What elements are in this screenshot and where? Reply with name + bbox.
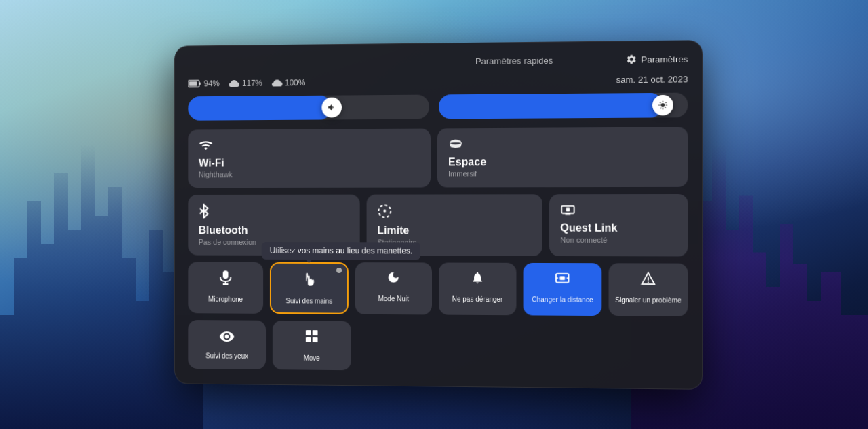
tile-move[interactable]: Move	[273, 320, 351, 369]
changer-distance-label: Changer la distance	[532, 295, 593, 304]
wifi-sublabel: Nighthawk	[199, 169, 420, 178]
hand-tracking-icon	[302, 271, 316, 290]
espace-label: Espace	[448, 155, 677, 168]
tile-ne-pas-deranger[interactable]: Ne pas déranger	[439, 262, 516, 315]
gear-icon	[626, 54, 637, 64]
signaler-probleme-label: Signaler un problème	[615, 295, 682, 304]
bluetooth-label: Bluetooth	[199, 224, 349, 237]
mode-nuit-label: Mode Nuit	[378, 295, 409, 302]
tiles-row4: Suivi des yeux Move	[188, 320, 688, 373]
status-left: 94% 117% 100%	[188, 77, 305, 87]
ne-pas-deranger-label: Ne pas déranger	[452, 295, 503, 302]
panel-header: Paramètres rapides Paramètres	[188, 53, 688, 68]
tile-suivi-mains[interactable]: Utilisez vos mains au lieu des manettes.…	[270, 262, 349, 314]
microphone-icon	[220, 270, 231, 289]
status-bar: 94% 117% 100% sam. 21 oct. 2023	[188, 74, 688, 88]
svg-rect-19	[313, 330, 318, 335]
suivi-yeux-label: Suivi des yeux	[205, 352, 248, 359]
volume-thumb[interactable]	[322, 97, 342, 117]
wifi-icon	[199, 138, 420, 154]
tiles-row3: Microphone Utilisez vos mains au lieu de…	[188, 262, 688, 316]
svg-point-4	[383, 209, 386, 212]
tile-suivi-yeux[interactable]: Suivi des yeux	[188, 320, 266, 369]
espace-icon	[448, 136, 677, 153]
tile-changer-distance[interactable]: Changer la distance	[524, 262, 602, 315]
bluetooth-sublabel: Pas de connexion	[199, 237, 349, 245]
battery-status: 94%	[188, 78, 220, 87]
brightness-icon	[658, 100, 667, 109]
panel-title: Paramètres rapides	[404, 54, 626, 66]
tile-limite[interactable]: Limite Stationnaire	[367, 194, 542, 256]
tile-microphone[interactable]: Microphone	[188, 262, 263, 313]
tile-wifi[interactable]: Wi-Fi Nighthawk	[188, 128, 431, 188]
tile-signaler-probleme[interactable]: Signaler un problème	[609, 263, 688, 316]
svg-rect-18	[306, 330, 311, 335]
cloud2-status: 100%	[272, 77, 306, 87]
cloud1-value: 117%	[242, 78, 262, 87]
signaler-probleme-icon	[641, 271, 656, 289]
wifi-label: Wi-Fi	[199, 156, 420, 169]
tile-mode-nuit[interactable]: Mode Nuit	[355, 262, 432, 314]
quick-settings-panel: Paramètres rapides Paramètres 94%	[174, 40, 703, 390]
volume-icon	[327, 102, 336, 112]
brightness-track	[439, 92, 663, 119]
svg-rect-12	[560, 276, 565, 280]
suivi-yeux-icon	[219, 328, 235, 346]
mode-nuit-icon	[387, 270, 400, 288]
questlink-sublabel: Non connecté	[560, 235, 677, 243]
volume-slider[interactable]	[188, 94, 429, 120]
cloud2-icon	[272, 78, 283, 86]
battery-icon	[188, 79, 201, 87]
svg-rect-8	[223, 270, 229, 279]
settings-button[interactable]: Paramètres	[626, 53, 688, 64]
battery-value: 94%	[204, 78, 220, 87]
espace-sublabel: Immersif	[448, 169, 677, 178]
move-icon	[304, 329, 319, 348]
volume-track	[188, 95, 332, 120]
cloud2-value: 100%	[285, 77, 305, 87]
questlink-icon	[560, 203, 677, 219]
suivi-mains-label: Suivi des mains	[285, 297, 332, 304]
brightness-slider[interactable]	[439, 92, 688, 119]
limite-label: Limite	[377, 224, 531, 237]
settings-label: Paramètres	[641, 54, 688, 64]
limite-sublabel: Stationnaire	[377, 238, 531, 246]
move-label: Move	[304, 354, 320, 361]
bluetooth-icon	[199, 203, 349, 222]
svg-point-17	[648, 281, 649, 283]
sliders-row	[188, 92, 688, 120]
questlink-label: Quest Link	[560, 222, 677, 234]
tiles-row2: Bluetooth Pas de connexion Limite Statio…	[188, 194, 688, 256]
svg-rect-20	[306, 336, 311, 342]
tile-espace[interactable]: Espace Immersif	[437, 127, 688, 187]
changer-distance-icon	[555, 271, 570, 289]
svg-rect-21	[313, 337, 318, 342]
ne-pas-deranger-icon	[471, 270, 484, 288]
hand-tracking-badge	[336, 268, 342, 273]
tile-questlink[interactable]: Quest Link Non connecté	[549, 194, 688, 256]
svg-rect-2	[189, 81, 197, 85]
limite-icon	[377, 203, 531, 222]
svg-rect-7	[566, 207, 570, 211]
cloud1-status: 117%	[229, 78, 262, 87]
microphone-label: Microphone	[208, 295, 243, 302]
cloud1-icon	[229, 79, 240, 87]
tile-bluetooth[interactable]: Bluetooth Pas de connexion	[188, 194, 359, 256]
tiles-row1: Wi-Fi Nighthawk Espace Immersif	[188, 127, 688, 188]
brightness-thumb[interactable]	[652, 94, 673, 115]
status-date: sam. 21 oct. 2023	[616, 74, 688, 85]
